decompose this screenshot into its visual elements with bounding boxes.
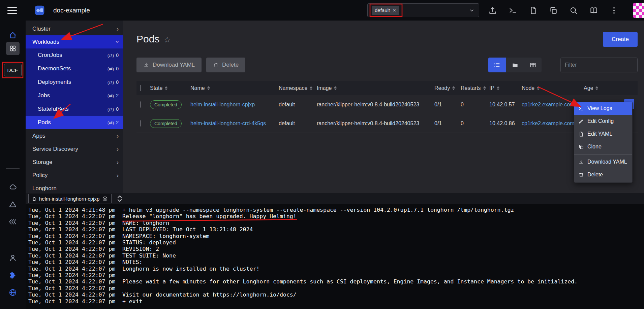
count-value: 2 bbox=[116, 93, 119, 98]
sidebar-item-cluster[interactable]: Cluster › bbox=[26, 22, 123, 35]
download-yaml-button[interactable]: Download YAML bbox=[136, 58, 202, 72]
sidebar-item-cronjobs[interactable]: CronJobs (⇄)0 bbox=[26, 48, 123, 62]
menu-item-edit-yaml[interactable]: Edit YAML bbox=[574, 128, 632, 140]
cell-image: rancher/klipper-helm:v0.8.4-build2024052… bbox=[317, 102, 434, 108]
row-checkbox[interactable] bbox=[140, 120, 141, 127]
table-row: Completed helm-install-longhorn-crd-4k5q… bbox=[136, 114, 638, 133]
header-ip[interactable]: IP bbox=[489, 85, 522, 91]
sidebar-item-daemonsets[interactable]: DaemonSets (⇄)0 bbox=[26, 62, 123, 75]
header-name[interactable]: Name bbox=[190, 85, 279, 91]
count-icon: (⇄) bbox=[108, 66, 114, 71]
import-yaml-icon[interactable] bbox=[488, 6, 497, 15]
menu-item-download-yaml[interactable]: Download YAML bbox=[574, 156, 632, 168]
create-button[interactable]: Create bbox=[603, 32, 638, 47]
fleet-waves-icon[interactable] bbox=[8, 217, 17, 226]
globe-icon[interactable] bbox=[8, 288, 17, 297]
close-icon[interactable] bbox=[102, 196, 108, 202]
home-icon[interactable] bbox=[8, 31, 17, 40]
users-icon[interactable] bbox=[8, 253, 17, 262]
pod-name-link[interactable]: helm-install-longhorn-crd-4k5qs bbox=[190, 121, 279, 127]
header-namespace[interactable]: Namespace bbox=[279, 85, 317, 91]
row-checkbox[interactable] bbox=[140, 101, 141, 108]
panel-resize-handle[interactable] bbox=[116, 195, 123, 203]
hamburger-menu-icon[interactable] bbox=[7, 7, 17, 14]
list-view-icon bbox=[494, 62, 500, 68]
download-icon bbox=[143, 62, 149, 68]
sort-icon bbox=[452, 86, 455, 90]
namespace-filter-select[interactable]: default ✕ bbox=[367, 3, 479, 17]
sidebar-item-policy[interactable]: Policy › bbox=[26, 169, 123, 182]
sidebar-item-jobs[interactable]: Jobs (⇄)2 bbox=[26, 89, 123, 102]
filter-input[interactable] bbox=[560, 58, 638, 72]
search-icon[interactable] bbox=[569, 6, 578, 15]
sort-icon bbox=[165, 86, 167, 90]
sidebar-group-workloads[interactable]: Workloads › bbox=[26, 35, 123, 48]
sidebar-item-label: Longhorn bbox=[32, 185, 57, 192]
favorite-star-icon[interactable]: ☆ bbox=[163, 35, 171, 44]
log-output[interactable]: Tue, Oct 1 2024 4:21:48 pm+ helm_v3 upgr… bbox=[26, 204, 644, 305]
header-restarts[interactable]: Restarts bbox=[461, 85, 489, 91]
file-icon bbox=[32, 196, 36, 201]
log-timestamp: Tue, Oct 1 2024 4:22:07 pm bbox=[28, 259, 122, 265]
header-ready[interactable]: Ready bbox=[434, 85, 461, 91]
sidebar-item-label: Apps bbox=[32, 133, 45, 139]
alert-triangle-icon[interactable] bbox=[8, 200, 17, 209]
count-value: 2 bbox=[116, 120, 119, 125]
delete-button[interactable]: Delete bbox=[206, 58, 245, 72]
select-all-checkbox[interactable] bbox=[140, 85, 141, 91]
log-line: Tue, Oct 1 2024 4:22:07 pm+ exit bbox=[28, 298, 644, 305]
kebab-menu-icon[interactable] bbox=[610, 6, 618, 15]
cloud-icon[interactable] bbox=[8, 183, 17, 192]
cluster-badge[interactable]: DCE bbox=[4, 64, 22, 76]
log-timestamp: Tue, Oct 1 2024 4:22:07 pm bbox=[28, 266, 122, 272]
chevron-right-icon: › bbox=[117, 159, 119, 165]
app-logo-icon[interactable] bbox=[34, 4, 45, 16]
sidebar: Cluster › Workloads › CronJobs (⇄)0 Daem… bbox=[26, 21, 123, 193]
kubectl-shell-icon[interactable] bbox=[509, 6, 517, 15]
sidebar-item-longhorn[interactable]: Longhorn bbox=[26, 182, 123, 193]
menu-item-label: View Logs bbox=[587, 105, 612, 111]
log-message: STATUS: deployed bbox=[122, 239, 176, 246]
log-message: NOTES: bbox=[122, 259, 143, 265]
sidebar-item-statefulsets[interactable]: StatefulSets (⇄)0 bbox=[26, 102, 123, 116]
log-message: NAME: longhorn bbox=[122, 220, 169, 226]
log-line: Tue, Oct 1 2024 4:22:07 pm bbox=[28, 272, 644, 278]
folder-view-icon bbox=[512, 62, 518, 68]
kubeconfig-file-icon[interactable] bbox=[529, 6, 538, 15]
log-panel: helm-install-longhorn-cpjxp Tue, Oct 1 2… bbox=[26, 193, 644, 309]
cell-ip: 10.42.0.86 bbox=[489, 121, 522, 127]
docs-book-icon[interactable] bbox=[589, 6, 598, 15]
cluster-manager-icon[interactable] bbox=[6, 42, 20, 55]
menu-item-clone[interactable]: Clone bbox=[574, 140, 632, 153]
sidebar-item-apps[interactable]: Apps › bbox=[26, 129, 123, 142]
log-tab[interactable]: helm-install-longhorn-cpjxp bbox=[28, 194, 112, 203]
header-age[interactable]: Age bbox=[584, 85, 638, 91]
workloads-children: CronJobs (⇄)0 DaemonSets (⇄)0 Deployment… bbox=[26, 48, 123, 129]
header-node[interactable]: Node bbox=[522, 85, 584, 91]
sidebar-item-service-discovery[interactable]: Service Discovery › bbox=[26, 142, 123, 156]
sidebar-item-pods[interactable]: Pods (⇄)2 bbox=[26, 116, 123, 129]
sidebar-item-deployments[interactable]: Deployments (⇄)0 bbox=[26, 75, 123, 89]
menu-item-delete[interactable]: Delete bbox=[574, 168, 632, 181]
sidebar-item-label: Cluster bbox=[32, 26, 51, 32]
table-view-button[interactable] bbox=[524, 58, 542, 72]
user-avatar[interactable] bbox=[633, 3, 644, 18]
copy-kubeconfig-icon[interactable] bbox=[549, 6, 558, 15]
menu-item-edit-config[interactable]: Edit Config bbox=[574, 115, 632, 128]
log-line: Tue, Oct 1 2024 4:22:07 pmVisit our docu… bbox=[28, 291, 644, 298]
list-view-button[interactable] bbox=[488, 58, 506, 72]
sidebar-item-storage[interactable]: Storage › bbox=[26, 156, 123, 169]
namespace-chip-remove-icon[interactable]: ✕ bbox=[393, 8, 396, 13]
menu-item-view-logs[interactable]: View Logs bbox=[574, 102, 632, 115]
group-view-button[interactable] bbox=[506, 58, 524, 72]
resource-count: (⇄)0 bbox=[108, 79, 119, 85]
header-image[interactable]: Image bbox=[317, 85, 434, 91]
count-value: 0 bbox=[116, 53, 119, 58]
bulk-actions: Download YAML Delete bbox=[136, 58, 245, 72]
pod-name-link[interactable]: helm-install-longhorn-cpjxp bbox=[190, 102, 279, 108]
view-toggle bbox=[488, 58, 542, 72]
namespace-chip[interactable]: default ✕ bbox=[372, 6, 399, 15]
extensions-puzzle-icon[interactable] bbox=[8, 271, 17, 280]
cell-namespace: default bbox=[279, 121, 317, 127]
header-state[interactable]: State bbox=[150, 85, 190, 91]
